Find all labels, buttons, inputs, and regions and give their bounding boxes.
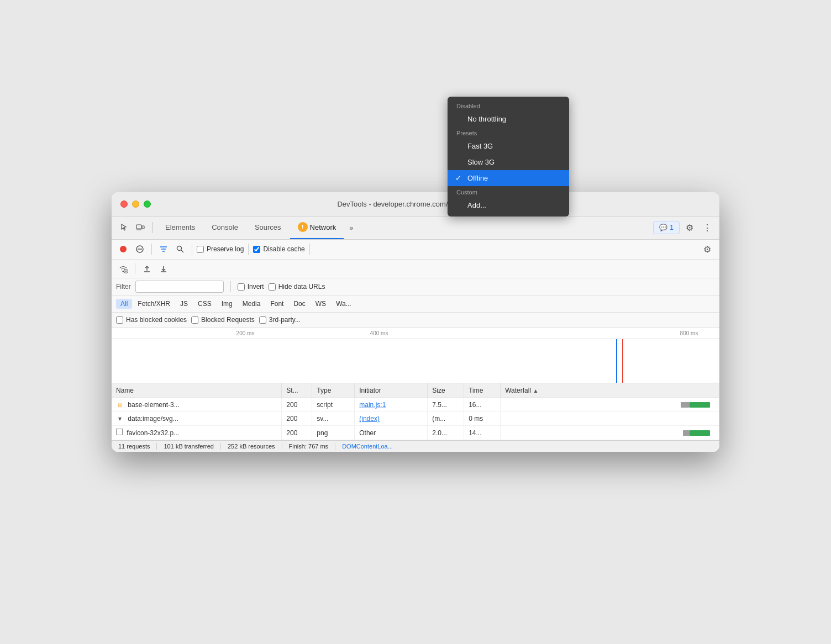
type-tab-all[interactable]: All bbox=[116, 299, 132, 309]
row-2-initiator: (index) bbox=[355, 412, 428, 426]
col-header-size[interactable]: Size bbox=[428, 383, 464, 398]
blocked-requests-input[interactable] bbox=[191, 316, 198, 324]
clear-button[interactable] bbox=[133, 242, 147, 256]
ruler-mark-200: 200 ms bbox=[236, 330, 255, 336]
tab-sources[interactable]: Sources bbox=[247, 216, 289, 239]
tab-console-label: Console bbox=[212, 223, 238, 231]
filter-label: Filter bbox=[116, 283, 131, 291]
wifi-settings-icon-btn[interactable] bbox=[116, 261, 130, 276]
type-tab-img[interactable]: Img bbox=[217, 299, 237, 309]
throttle-dropdown-menu: Disabled No throttling Presets Fast 3G S… bbox=[448, 192, 569, 217]
col-header-type[interactable]: Type bbox=[312, 383, 355, 398]
feedback-icon: 💬 bbox=[659, 224, 667, 231]
table-row[interactable]: ▾ data:image/svg... 200 sv... (index) (m… bbox=[112, 412, 719, 426]
search-button[interactable] bbox=[173, 242, 187, 256]
ruler-mark-800: 800 ms bbox=[680, 330, 698, 336]
invert-label: Invert bbox=[248, 283, 264, 291]
row-3-time: 14... bbox=[464, 426, 501, 440]
col-header-status[interactable]: St... bbox=[282, 383, 312, 398]
type-tab-wa[interactable]: Wa... bbox=[332, 299, 356, 309]
third-party-input[interactable] bbox=[259, 316, 266, 324]
type-filter-row: All Fetch/XHR JS CSS Img Media Font Doc bbox=[112, 296, 719, 313]
has-blocked-cookies-input[interactable] bbox=[116, 316, 123, 324]
dropdown-item-add[interactable]: Add... bbox=[448, 197, 569, 213]
col-header-waterfall[interactable]: Waterfall ▲ bbox=[501, 383, 719, 398]
maximize-button[interactable] bbox=[144, 200, 151, 208]
row-1-initiator-link[interactable]: main.js:1 bbox=[359, 401, 386, 409]
third-party-label: 3rd-party... bbox=[269, 316, 301, 324]
close-button[interactable] bbox=[120, 200, 128, 208]
row-1-initiator: main.js:1 bbox=[355, 398, 428, 412]
timeline-load-line bbox=[622, 339, 623, 383]
col-header-name[interactable]: Name bbox=[112, 383, 282, 398]
more-tabs-button[interactable]: » bbox=[345, 220, 357, 235]
minimize-button[interactable] bbox=[132, 200, 139, 208]
row-3-initiator: Other bbox=[355, 426, 428, 440]
device-mode-icon[interactable] bbox=[133, 220, 148, 235]
hide-data-urls-label: Hide data URLs bbox=[278, 283, 325, 291]
tab-right-icons: 💬 1 ⚙ ⋮ bbox=[653, 220, 715, 235]
table-header: Name St... Type Initiator Size bbox=[112, 383, 719, 398]
settings-icon: ⚙ bbox=[686, 223, 693, 233]
blocked-requests-label: Blocked Requests bbox=[201, 316, 255, 324]
type-tab-fetch[interactable]: Fetch/XHR bbox=[133, 299, 175, 309]
row-1-name: ⊞ base-element-3... bbox=[112, 398, 282, 412]
row-3-name: favicon-32x32.p... bbox=[112, 426, 282, 440]
hide-data-urls-input[interactable] bbox=[269, 283, 276, 291]
row-1-time: 16... bbox=[464, 398, 501, 412]
row-1-waterfall bbox=[501, 398, 719, 412]
more-options-button[interactable]: ⋮ bbox=[699, 220, 715, 235]
type-tab-ws[interactable]: WS bbox=[311, 299, 330, 309]
toolbar-sep-5 bbox=[135, 263, 135, 274]
record-button[interactable] bbox=[116, 242, 130, 256]
disable-cache-checkbox[interactable]: Disable cache bbox=[253, 245, 304, 253]
hide-data-urls-checkbox[interactable]: Hide data URLs bbox=[269, 283, 325, 291]
table-row[interactable]: ⊞ base-element-3... 200 script main.js:1… bbox=[112, 398, 719, 412]
tab-network[interactable]: ! Network bbox=[290, 216, 344, 239]
status-dom-content[interactable]: DOMContentLoa... bbox=[342, 443, 399, 450]
invert-checkbox[interactable]: Invert bbox=[238, 283, 264, 291]
has-blocked-row: Has blocked cookies Blocked Requests 3rd… bbox=[112, 313, 719, 328]
col-header-initiator[interactable]: Initiator bbox=[355, 383, 428, 398]
cursor-icon[interactable] bbox=[116, 220, 132, 235]
ruler-mark-400: 400 ms bbox=[370, 330, 388, 336]
filter-input[interactable] bbox=[135, 281, 224, 293]
filter-icon-btn[interactable] bbox=[156, 242, 171, 256]
preserve-log-checkbox[interactable]: Preserve log bbox=[197, 245, 244, 253]
svg-rect-1 bbox=[142, 226, 144, 229]
network-table: Name St... Type Initiator Size bbox=[112, 383, 719, 441]
type-tab-js[interactable]: JS bbox=[176, 299, 192, 309]
type-tab-font[interactable]: Font bbox=[266, 299, 288, 309]
disable-cache-label: Disable cache bbox=[263, 245, 304, 253]
disable-cache-input[interactable] bbox=[253, 246, 260, 253]
row-2-time: 0 ms bbox=[464, 412, 501, 426]
tab-elements[interactable]: Elements bbox=[157, 216, 203, 239]
download-icon-btn[interactable] bbox=[156, 261, 171, 276]
type-tab-doc[interactable]: Doc bbox=[289, 299, 309, 309]
row-3-waterfall-gray bbox=[683, 430, 689, 436]
type-tab-media-label: Media bbox=[243, 300, 261, 308]
type-tab-media[interactable]: Media bbox=[238, 299, 265, 309]
row-3-waterfall-bar-container bbox=[505, 430, 714, 436]
has-blocked-cookies-checkbox[interactable]: Has blocked cookies bbox=[116, 316, 187, 324]
row-2-type: sv... bbox=[312, 412, 355, 426]
feedback-button[interactable]: 💬 1 bbox=[653, 221, 680, 234]
more-options-icon: ⋮ bbox=[703, 223, 712, 233]
col-header-time[interactable]: Time bbox=[464, 383, 501, 398]
third-party-checkbox[interactable]: 3rd-party... bbox=[259, 316, 301, 324]
type-tab-css[interactable]: CSS bbox=[193, 299, 216, 309]
type-tab-fetch-label: Fetch/XHR bbox=[138, 300, 170, 308]
row-2-name: ▾ data:image/svg... bbox=[112, 412, 282, 426]
network-settings-button[interactable]: ⚙ bbox=[699, 241, 715, 257]
invert-input[interactable] bbox=[238, 283, 245, 291]
upload-icon-btn[interactable] bbox=[140, 261, 154, 276]
timeline-ruler: 200 ms 400 ms 800 ms bbox=[112, 328, 719, 339]
tab-console[interactable]: Console bbox=[204, 216, 246, 239]
row-1-waterfall-green bbox=[690, 402, 711, 408]
table-row[interactable]: favicon-32x32.p... 200 png Other 2.0... … bbox=[112, 426, 719, 440]
settings-button[interactable]: ⚙ bbox=[682, 220, 697, 235]
blocked-requests-checkbox[interactable]: Blocked Requests bbox=[191, 316, 255, 324]
preserve-log-input[interactable] bbox=[197, 246, 204, 253]
row-2-waterfall bbox=[501, 412, 719, 426]
row-2-initiator-link[interactable]: (index) bbox=[359, 415, 380, 423]
